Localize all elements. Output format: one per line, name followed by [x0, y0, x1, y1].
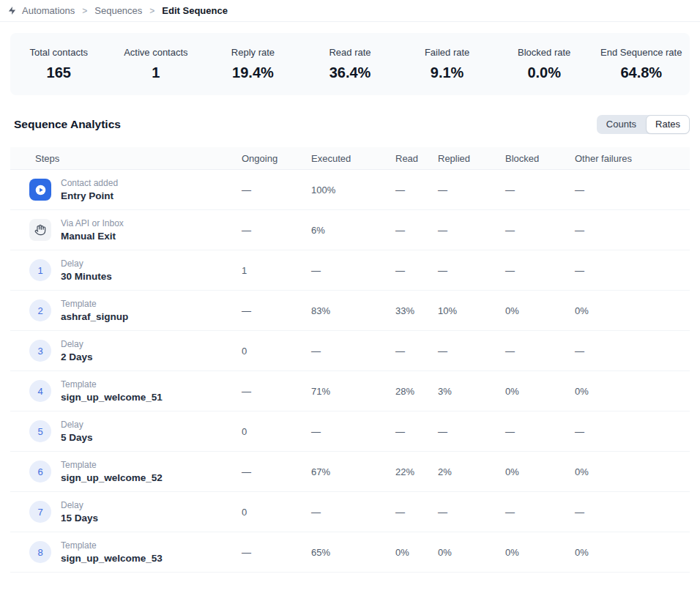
toggle-counts-button[interactable]: Counts [597, 115, 646, 134]
cell-ongoing: — [242, 185, 311, 195]
table-row[interactable]: 8 Template sign_up_welcome_53 — 65% 0% 0… [10, 532, 690, 573]
stat-item: Reply rate 19.4% [204, 47, 302, 81]
cell-other-failures: — [575, 426, 690, 437]
stat-item: Blocked rate 0.0% [496, 47, 593, 81]
breadcrumb: Automations > Sequences > Edit Sequence [0, 0, 700, 22]
stat-value: 0.0% [496, 64, 593, 81]
column-header-other-failures: Other failures [575, 153, 690, 164]
step-sublabel: Delay [61, 258, 112, 269]
cell-read: — [395, 265, 438, 276]
breadcrumb-item-automations[interactable]: Automations [22, 5, 75, 16]
step-number-badge: 6 [29, 461, 51, 483]
cell-ongoing: 0 [242, 426, 311, 437]
cell-other-failures: — [575, 185, 690, 195]
column-header-read: Read [395, 153, 438, 164]
breadcrumb-separator: > [149, 6, 154, 16]
cell-executed: — [311, 426, 395, 437]
stat-value: 165 [10, 64, 108, 81]
breadcrumb-separator: > [82, 6, 87, 16]
table-row[interactable]: 7 Delay 15 Days 0 — — — — — [10, 492, 690, 532]
stat-value: 64.8% [592, 64, 690, 81]
step-cell: 7 Delay 15 Days [10, 500, 242, 524]
cell-replied: 2% [438, 466, 505, 477]
stat-item: Total contacts 165 [10, 47, 108, 81]
cell-read: 0% [395, 547, 438, 558]
cell-ongoing: — [242, 547, 311, 558]
cell-blocked: 0% [505, 547, 575, 558]
table-row[interactable]: 5 Delay 5 Days 0 — — — — — [10, 411, 690, 452]
cell-blocked: 0% [505, 305, 575, 316]
cell-other-failures: 0% [575, 386, 690, 397]
cell-blocked: — [505, 265, 575, 276]
step-number-badge: 3 [29, 340, 51, 362]
cell-read: 28% [395, 386, 438, 397]
cell-other-failures: — [575, 265, 690, 276]
lightning-bolt-icon [7, 6, 17, 15]
toggle-rates-button[interactable]: Rates [646, 115, 690, 134]
step-sublabel: Template [61, 460, 163, 470]
column-header-executed: Executed [311, 153, 395, 164]
step-number-badge: 4 [29, 380, 51, 402]
step-label: Manual Exit [61, 231, 124, 242]
stat-label: Reply rate [204, 47, 302, 58]
step-number-badge: 2 [29, 299, 51, 321]
cell-ongoing: 0 [242, 346, 311, 357]
stat-value: 9.1% [398, 64, 496, 81]
table-row[interactable]: 1 Delay 30 Minutes 1 — — — — — [10, 250, 690, 291]
cell-ongoing: — [242, 305, 311, 316]
table-row[interactable]: 3 Delay 2 Days 0 — — — — — [10, 331, 690, 371]
step-number-badge: 1 [29, 259, 51, 281]
hand-icon [29, 219, 51, 241]
cell-blocked: — [505, 225, 575, 236]
stat-value: 1 [108, 64, 205, 81]
cell-ongoing: — [242, 386, 311, 397]
cell-ongoing: — [242, 466, 311, 477]
step-number-badge: 5 [29, 420, 51, 442]
cell-blocked: — [505, 507, 575, 518]
cell-blocked: — [505, 426, 575, 437]
cell-other-failures: — [575, 507, 690, 518]
cell-executed: 83% [311, 305, 395, 316]
table-row[interactable]: 4 Template sign_up_welcome_51 — 71% 28% … [10, 371, 690, 411]
cell-read: 22% [395, 466, 438, 477]
stat-label: End Sequence rate [592, 47, 690, 58]
cell-blocked: — [505, 346, 575, 357]
cell-blocked: — [505, 185, 575, 195]
stat-value: 36.4% [302, 64, 399, 81]
cell-executed: 65% [311, 547, 395, 558]
breadcrumb-item-sequences[interactable]: Sequences [94, 5, 142, 16]
cell-executed: 100% [311, 185, 395, 195]
cell-ongoing: — [242, 225, 311, 236]
cell-replied: 10% [438, 305, 505, 316]
stat-item: End Sequence rate 64.8% [592, 47, 690, 81]
stat-label: Failed rate [398, 47, 496, 58]
step-sublabel: Template [61, 299, 128, 309]
cell-ongoing: 1 [242, 265, 311, 276]
cell-replied: — [438, 265, 505, 276]
table-row[interactable]: Via API or Inbox Manual Exit — 6% — — — … [10, 210, 690, 250]
counts-rates-toggle: Counts Rates [597, 115, 690, 134]
page-title: Sequence Analytics [14, 118, 121, 131]
step-label: ashraf_signup [61, 311, 128, 322]
cell-replied: — [438, 225, 505, 236]
table-row[interactable]: 6 Template sign_up_welcome_52 — 67% 22% … [10, 452, 690, 492]
stat-item: Failed rate 9.1% [398, 47, 496, 81]
step-cell: 5 Delay 5 Days [10, 420, 242, 443]
table-row[interactable]: 2 Template ashraf_signup — 83% 33% 10% 0… [10, 291, 690, 331]
cell-other-failures: — [575, 346, 690, 357]
table-header-row: Steps Ongoing Executed Read Replied Bloc… [10, 147, 690, 170]
cell-executed: — [311, 507, 395, 518]
cell-read: — [395, 426, 438, 437]
table-row[interactable]: Contact added Entry Point — 100% — — — — [10, 170, 690, 210]
stat-label: Active contacts [108, 47, 205, 58]
step-label: sign_up_welcome_53 [61, 553, 163, 564]
step-label: 2 Days [61, 351, 93, 362]
step-sublabel: Via API or Inbox [61, 218, 124, 228]
cell-replied: — [438, 507, 505, 518]
step-number-badge: 7 [29, 501, 51, 523]
cell-read: — [395, 185, 438, 195]
cell-other-failures: 0% [575, 547, 690, 558]
stat-label: Read rate [302, 47, 399, 58]
step-label: 30 Minutes [61, 271, 112, 282]
cell-executed: 71% [311, 386, 395, 397]
